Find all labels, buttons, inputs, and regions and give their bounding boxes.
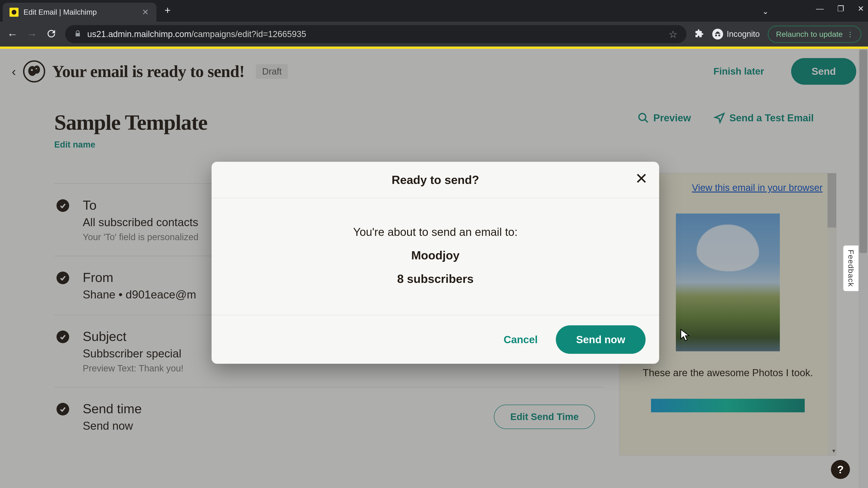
tab-dropdown-icon[interactable]: ⌄: [762, 7, 769, 16]
mailchimp-favicon: [9, 8, 19, 17]
tab-strip: Edit Email | Mailchimp ✕ +: [0, 0, 868, 22]
modal-audience-name: Moodjoy: [225, 249, 646, 262]
browser-toolbar: ← → us21.admin.mailchimp.com/campaigns/e…: [0, 22, 868, 46]
confirm-send-modal: Ready to send? ✕ You're about to send an…: [212, 162, 659, 364]
modal-subscriber-count: 8 subscribers: [225, 272, 646, 286]
back-button[interactable]: ←: [7, 28, 18, 40]
forward-button[interactable]: →: [26, 28, 37, 40]
modal-title: Ready to send?: [225, 173, 646, 187]
tab-close-icon[interactable]: ✕: [142, 8, 149, 16]
tab-title: Edit Email | Mailchimp: [24, 8, 137, 17]
modal-intro-text: You're about to send an email to:: [225, 225, 646, 238]
modal-close-icon[interactable]: ✕: [635, 171, 648, 186]
modal-send-now-button[interactable]: Send now: [556, 325, 646, 354]
maximize-icon[interactable]: ❐: [837, 4, 844, 13]
modal-body: You're about to send an email to: Moodjo…: [212, 198, 659, 315]
modal-header: Ready to send? ✕: [212, 162, 659, 198]
incognito-icon: [712, 29, 723, 39]
feedback-tab[interactable]: Feedback: [843, 246, 859, 291]
kebab-menu-icon: ⋮: [847, 30, 853, 38]
incognito-label: Incognito: [727, 29, 760, 39]
browser-tab[interactable]: Edit Email | Mailchimp ✕: [3, 3, 156, 22]
help-button[interactable]: ?: [831, 460, 850, 479]
reload-button[interactable]: [46, 28, 57, 40]
browser-chrome: Edit Email | Mailchimp ✕ + ⌄ — ❐ ✕ ← → u…: [0, 0, 868, 49]
lock-icon: [74, 30, 81, 38]
accent-line: [0, 46, 868, 49]
close-window-icon[interactable]: ✕: [858, 4, 864, 13]
svg-point-0: [12, 10, 17, 15]
relaunch-button[interactable]: Relaunch to update ⋮: [768, 26, 861, 43]
incognito-indicator[interactable]: Incognito: [712, 29, 760, 39]
new-tab-button[interactable]: +: [164, 4, 170, 16]
minimize-icon[interactable]: —: [816, 4, 824, 13]
page-content: ‹ Your email is ready to send! Draft Fin…: [0, 49, 868, 488]
extensions-icon[interactable]: [694, 29, 704, 39]
url-text: us21.admin.mailchimp.com/campaigns/edit?…: [87, 29, 306, 39]
relaunch-label: Relaunch to update: [776, 30, 843, 39]
mouse-cursor-icon: [680, 329, 689, 343]
window-controls: — ❐ ✕: [816, 4, 864, 13]
modal-cancel-button[interactable]: Cancel: [504, 333, 538, 346]
address-bar[interactable]: us21.admin.mailchimp.com/campaigns/edit?…: [65, 25, 686, 43]
bookmark-star-icon[interactable]: ☆: [669, 29, 677, 40]
modal-footer: Cancel Send now: [212, 315, 659, 364]
